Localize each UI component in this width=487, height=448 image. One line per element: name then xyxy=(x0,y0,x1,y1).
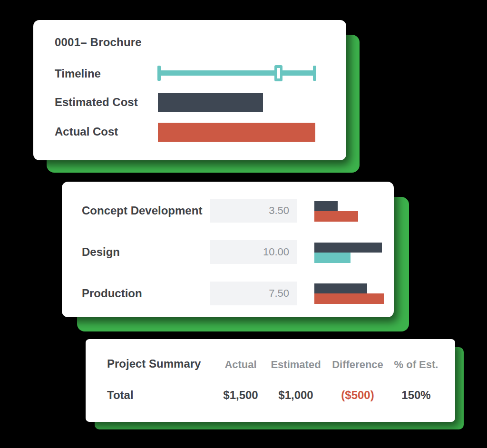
timeline-label: Timeline xyxy=(55,67,101,80)
total-actual-value: $1,500 xyxy=(223,389,258,402)
minichart-estimated-bar xyxy=(314,283,367,293)
column-header-pct-of-est: % of Est. xyxy=(394,358,438,371)
minichart-actual-bar xyxy=(314,211,358,222)
tasks-card: Concept Development Design Production xyxy=(62,182,394,317)
actual-cost-bar xyxy=(158,123,315,142)
design-minichart xyxy=(314,243,382,263)
actual-cost-label: Actual Cost xyxy=(55,125,118,138)
timeline-end-cap xyxy=(313,66,316,81)
brochure-card: 0001– Brochure Timeline Estimated Cost A… xyxy=(33,20,346,160)
estimated-cost-bar xyxy=(158,93,263,112)
concept-development-minichart xyxy=(314,201,358,222)
concept-development-hours-input[interactable] xyxy=(210,199,297,223)
timeline-handle-slot xyxy=(277,68,280,78)
minichart-actual-bar xyxy=(314,293,384,304)
minichart-estimated-bar xyxy=(314,201,338,211)
timeline-start-cap xyxy=(157,66,161,81)
minichart-estimated-bar xyxy=(314,243,382,253)
brochure-title: 0001– Brochure xyxy=(55,36,142,49)
production-minichart xyxy=(314,283,384,304)
column-header-actual: Actual xyxy=(224,358,256,371)
timeline-handle[interactable] xyxy=(274,65,282,81)
column-header-difference: Difference xyxy=(332,358,383,371)
summary-title: Project Summary xyxy=(107,357,201,370)
task-label-concept-development: Concept Development xyxy=(82,204,202,217)
summary-card: Project Summary Actual Estimated Differe… xyxy=(86,339,455,422)
total-difference-value: ($500) xyxy=(341,389,374,402)
task-label-production: Production xyxy=(82,287,142,300)
production-hours-input[interactable] xyxy=(210,282,297,305)
column-header-estimated: Estimated xyxy=(271,358,321,371)
total-row-label: Total xyxy=(107,389,134,402)
page-background: 0001– Brochure Timeline Estimated Cost A… xyxy=(0,0,487,448)
design-hours-input[interactable] xyxy=(210,240,297,264)
timeline-slider[interactable] xyxy=(157,65,316,81)
minichart-actual-bar xyxy=(314,253,351,263)
timeline-track xyxy=(158,70,315,76)
total-pct-value: 150% xyxy=(401,389,430,402)
estimated-cost-label: Estimated Cost xyxy=(55,96,138,109)
total-estimated-value: $1,000 xyxy=(278,389,313,402)
task-label-design: Design xyxy=(82,245,120,259)
